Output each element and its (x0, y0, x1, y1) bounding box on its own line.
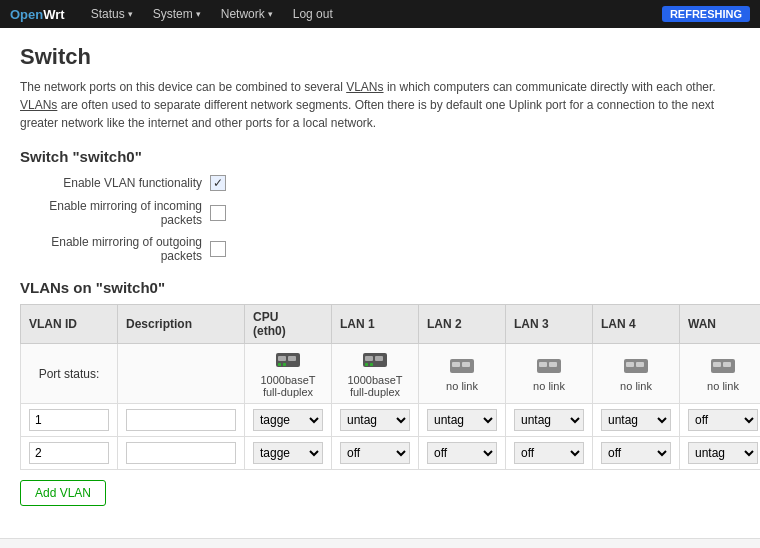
port-icon-lan3 (622, 355, 650, 377)
svg-rect-11 (452, 362, 460, 367)
col-wan: WAN (680, 305, 761, 344)
vlan-table: VLAN ID Description CPU(eth0) LAN 1 LAN … (20, 304, 760, 470)
svg-rect-21 (723, 362, 731, 367)
port-status-row: Port status: 1000baseTfull-duplex (21, 344, 761, 404)
vlan1-id-input[interactable] (29, 409, 109, 431)
vlan2-lan3-cell: off tagge untag (506, 437, 593, 470)
table-row: off tagge untag off tagge untag (21, 437, 761, 470)
svg-rect-20 (713, 362, 721, 367)
port-status-cpu2: 1000baseTfull-duplex (332, 344, 419, 404)
table-row: off tagge untag off tagge untag (21, 404, 761, 437)
vlan1-lan4-select[interactable]: off tagge untag (601, 409, 671, 431)
vlan2-wan-cell: off tagge untag (680, 437, 761, 470)
col-lan1: LAN 1 (332, 305, 419, 344)
svg-rect-17 (626, 362, 634, 367)
vlan2-lan4-cell: off tagge untag (593, 437, 680, 470)
chevron-down-icon: ▾ (128, 9, 133, 19)
page-description: The network ports on this device can be … (20, 78, 740, 132)
vlan1-lan3-select[interactable]: off tagge untag (514, 409, 584, 431)
port-status-lan2: no link (506, 344, 593, 404)
enable-vlan-label: Enable VLAN functionality (20, 176, 210, 190)
vlan1-cpu-select[interactable]: off tagge untag (253, 409, 323, 431)
col-lan3: LAN 3 (506, 305, 593, 344)
nav-status[interactable]: Status ▾ (81, 0, 143, 28)
vlan1-lan1-cell: off tagge untag (332, 404, 419, 437)
port-status-lan1: no link (419, 344, 506, 404)
enable-mirroring-outgoing-checkbox[interactable] (210, 241, 226, 257)
cpu2-status-label: 1000baseTfull-duplex (340, 374, 410, 398)
svg-rect-7 (375, 356, 383, 361)
enable-mirroring-outgoing-row: Enable mirroring of outgoingpackets (20, 235, 740, 263)
vlan2-lan1-cell: off tagge untag (332, 437, 419, 470)
logo-text: OpenWrt (10, 7, 65, 22)
vlan2-lan1-select[interactable]: off tagge untag (340, 442, 410, 464)
vlan1-desc-cell (118, 404, 245, 437)
svg-rect-9 (370, 363, 373, 366)
svg-rect-4 (283, 363, 286, 366)
vlan2-wan-select[interactable]: off tagge untag (688, 442, 758, 464)
lan2-status-label: no link (514, 380, 584, 392)
enable-mirroring-outgoing-label: Enable mirroring of outgoingpackets (20, 235, 210, 263)
cpu1-status-label: 1000baseTfull-duplex (253, 374, 323, 398)
svg-rect-6 (365, 356, 373, 361)
svg-rect-18 (636, 362, 644, 367)
nav-logout[interactable]: Log out (283, 0, 343, 28)
main-content: Switch The network ports on this device … (0, 28, 760, 548)
enable-mirroring-incoming-row: Enable mirroring of incomingpackets (20, 199, 740, 227)
chevron-down-icon: ▾ (196, 9, 201, 19)
svg-rect-1 (278, 356, 286, 361)
enable-mirroring-incoming-checkbox[interactable] (210, 205, 226, 221)
nav-network[interactable]: Network ▾ (211, 0, 283, 28)
port-icon-lan1 (448, 355, 476, 377)
col-description: Description (118, 305, 245, 344)
port-status-label: Port status: (21, 344, 118, 404)
col-lan4: LAN 4 (593, 305, 680, 344)
add-vlan-button[interactable]: Add VLAN (20, 480, 106, 506)
port-status-lan3: no link (593, 344, 680, 404)
vlan1-wan-select[interactable]: off tagge untag (688, 409, 758, 431)
chevron-down-icon: ▾ (268, 9, 273, 19)
action-bar: Save & Apply ▾ Save Reset (0, 538, 760, 548)
svg-rect-15 (549, 362, 557, 367)
vlan2-id-cell (21, 437, 118, 470)
table-header-row: VLAN ID Description CPU(eth0) LAN 1 LAN … (21, 305, 761, 344)
enable-vlan-checkbox[interactable] (210, 175, 226, 191)
vlan1-lan2-cell: off tagge untag (419, 404, 506, 437)
vlan2-cpu-select[interactable]: off tagge untag (253, 442, 323, 464)
vlan2-lan3-select[interactable]: off tagge untag (514, 442, 584, 464)
lan1-status-label: no link (427, 380, 497, 392)
page-title: Switch (20, 44, 740, 70)
vlan1-lan2-select[interactable]: off tagge untag (427, 409, 497, 431)
col-vlan-id: VLAN ID (21, 305, 118, 344)
vlan1-lan1-select[interactable]: off tagge untag (340, 409, 410, 431)
vlan2-lan4-select[interactable]: off tagge untag (601, 442, 671, 464)
vlan2-lan2-cell: off tagge untag (419, 437, 506, 470)
lan3-status-label: no link (601, 380, 671, 392)
col-cpu: CPU(eth0) (245, 305, 332, 344)
vlan2-desc-cell (118, 437, 245, 470)
port-status-desc (118, 344, 245, 404)
vlan2-desc-input[interactable] (126, 442, 236, 464)
svg-rect-2 (288, 356, 296, 361)
nav-system[interactable]: System ▾ (143, 0, 211, 28)
vlan1-lan3-cell: off tagge untag (506, 404, 593, 437)
col-lan2: LAN 2 (419, 305, 506, 344)
vlan2-id-input[interactable] (29, 442, 109, 464)
vlans-title: VLANs on "switch0" (20, 279, 740, 296)
enable-vlan-row: Enable VLAN functionality (20, 175, 740, 191)
vlan1-desc-input[interactable] (126, 409, 236, 431)
refreshing-badge: REFRESHING (662, 6, 750, 22)
switch-section: Switch "switch0" Enable VLAN functionali… (20, 148, 740, 263)
svg-rect-3 (278, 363, 281, 366)
port-icon-2 (361, 349, 389, 371)
svg-rect-14 (539, 362, 547, 367)
navbar: OpenWrt Status ▾ System ▾ Network ▾ Log … (0, 0, 760, 28)
vlan1-wan-cell: off tagge untag (680, 404, 761, 437)
port-status-cpu1: 1000baseTfull-duplex (245, 344, 332, 404)
switch-title: Switch "switch0" (20, 148, 740, 165)
svg-rect-12 (462, 362, 470, 367)
vlan2-lan2-select[interactable]: off tagge untag (427, 442, 497, 464)
vlan2-cpu-cell: off tagge untag (245, 437, 332, 470)
enable-mirroring-incoming-label: Enable mirroring of incomingpackets (20, 199, 210, 227)
lan4-status-label: no link (688, 380, 758, 392)
